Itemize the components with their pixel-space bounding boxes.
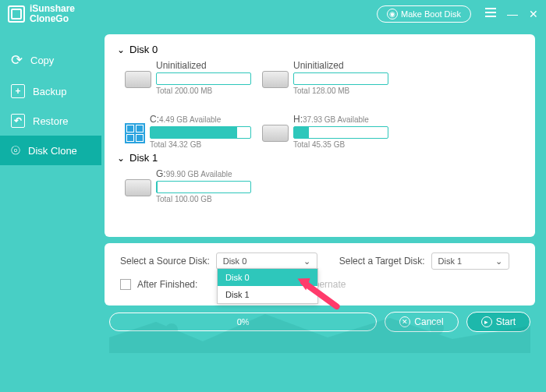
partition-total: Total 45.35 GB bbox=[293, 140, 388, 149]
partition-total: Total 100.00 GB bbox=[156, 195, 251, 203]
make-boot-disk-button[interactable]: ◉ Make Boot Disk bbox=[377, 5, 471, 23]
chevron-down-icon: ⌄ bbox=[117, 44, 125, 55]
chevron-down-icon: ⌄ bbox=[303, 256, 310, 267]
partition[interactable]: H:37.93 GB AvailableTotal 45.35 GB bbox=[262, 114, 388, 149]
disk-clone-icon: ⦾ bbox=[11, 143, 20, 157]
sidebar-item-label: Disk Clone bbox=[28, 145, 77, 157]
backup-icon: + bbox=[11, 84, 25, 98]
copy-icon: ⟳ bbox=[11, 51, 23, 69]
disk-header[interactable]: ⌄Disk 1 bbox=[117, 152, 523, 164]
partition[interactable]: UninitializedTotal 200.00 MB bbox=[125, 60, 251, 95]
partition-label: C:4.49 GB Available bbox=[150, 114, 251, 125]
sidebar: ⟳ Copy + Backup ↶ Restore ⦾ Disk Clone bbox=[0, 28, 101, 392]
target-disk-value: Disk 1 bbox=[438, 256, 463, 266]
sidebar-item-copy[interactable]: ⟳ Copy bbox=[0, 44, 101, 76]
after-finished-label: After Finished: bbox=[137, 279, 197, 290]
chevron-down-icon: ⌄ bbox=[495, 256, 502, 267]
make-boot-disk-label: Make Boot Disk bbox=[401, 9, 461, 19]
target-disk-select[interactable]: Disk 1 ⌄ bbox=[431, 253, 509, 270]
svg-rect-3 bbox=[435, 328, 438, 341]
usage-bar bbox=[293, 72, 388, 85]
config-panel: Select a Source Disk: Disk 0 ⌄ Select a … bbox=[105, 243, 535, 305]
partition[interactable]: G:99.90 GB AvailableTotal 100.00 GB bbox=[125, 168, 251, 203]
disk-header[interactable]: ⌄Disk 0 bbox=[117, 44, 523, 55]
sidebar-item-label: Backup bbox=[33, 86, 66, 97]
target-disk-label: Select a Target Disk: bbox=[339, 256, 425, 267]
partition-total: Total 34.32 GB bbox=[150, 140, 251, 149]
partition-total: Total 128.00 MB bbox=[293, 87, 388, 95]
after-finished-checkbox[interactable] bbox=[120, 279, 131, 290]
app-name: iSunshare CloneGo bbox=[30, 4, 75, 24]
disk-name: Disk 0 bbox=[129, 44, 158, 55]
sidebar-item-backup[interactable]: + Backup bbox=[0, 76, 101, 106]
close-button[interactable]: ✕ bbox=[529, 8, 538, 20]
source-disk-label: Select a Source Disk: bbox=[120, 256, 210, 267]
usage-bar bbox=[150, 126, 251, 139]
minimize-button[interactable]: — bbox=[507, 8, 518, 20]
sidebar-item-label: Restore bbox=[33, 115, 69, 127]
source-disk-select[interactable]: Disk 0 ⌄ bbox=[216, 253, 317, 270]
partition-label: G:99.90 GB Available bbox=[156, 168, 251, 179]
partition-label: H:37.93 GB Available bbox=[293, 114, 388, 125]
decorative-landscape bbox=[109, 306, 530, 353]
disk-list-panel: ⌄Disk 0UninitializedTotal 200.00 MBUnini… bbox=[105, 34, 535, 237]
disk-name: Disk 1 bbox=[129, 152, 158, 164]
logo-icon bbox=[8, 5, 25, 23]
sidebar-item-disk-clone[interactable]: ⦾ Disk Clone bbox=[0, 136, 101, 165]
usage-bar bbox=[156, 72, 251, 85]
partition-total: Total 200.00 MB bbox=[156, 87, 251, 95]
sidebar-item-restore[interactable]: ↶ Restore bbox=[0, 106, 101, 136]
drive-icon bbox=[262, 71, 289, 88]
chevron-down-icon: ⌄ bbox=[117, 153, 125, 164]
partition-label: Uninitialized bbox=[293, 60, 388, 71]
titlebar: iSunshare CloneGo ◉ Make Boot Disk — ✕ bbox=[0, 0, 546, 28]
partition[interactable]: C:4.49 GB AvailableTotal 34.32 GB bbox=[125, 114, 251, 149]
source-disk-value: Disk 0 bbox=[223, 256, 247, 266]
disk-icon: ◉ bbox=[387, 9, 398, 19]
usage-bar bbox=[156, 181, 251, 193]
partition[interactable]: UninitializedTotal 128.00 MB bbox=[262, 60, 388, 95]
drive-icon bbox=[125, 179, 151, 196]
sidebar-item-label: Copy bbox=[30, 55, 54, 66]
usage-bar bbox=[293, 126, 388, 139]
svg-rect-1 bbox=[170, 330, 173, 341]
partition-label: Uninitialized bbox=[156, 60, 251, 71]
menu-icon[interactable] bbox=[485, 8, 496, 20]
drive-icon bbox=[125, 71, 151, 88]
callout-arrow bbox=[293, 275, 342, 310]
restore-icon: ↶ bbox=[11, 114, 25, 128]
windows-icon bbox=[125, 123, 145, 143]
drive-icon bbox=[262, 125, 289, 142]
app-logo: iSunshare CloneGo bbox=[8, 4, 75, 24]
